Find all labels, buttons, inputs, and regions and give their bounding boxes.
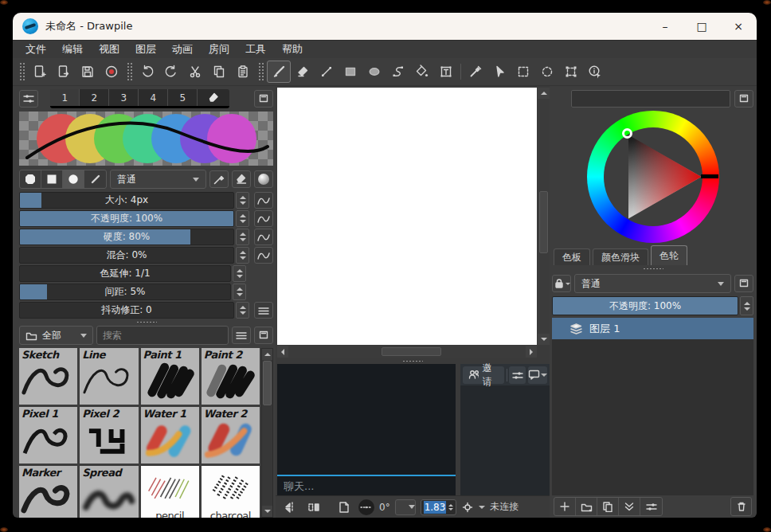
scroll-up-icon[interactable] xyxy=(262,349,272,360)
size-curve-button[interactable] xyxy=(254,192,273,209)
canvas-vscroll-thumb[interactable] xyxy=(539,191,548,253)
opacity-spinner[interactable] xyxy=(236,210,249,227)
inspect-button[interactable] xyxy=(583,61,607,83)
preset-scrollbar[interactable] xyxy=(261,348,273,518)
select-rectangle-button[interactable] xyxy=(511,61,535,83)
tab-wheel[interactable]: 色轮 xyxy=(651,245,687,265)
open-file-button[interactable] xyxy=(52,61,76,83)
hue-marker[interactable] xyxy=(701,174,718,178)
spacing-spinner[interactable] xyxy=(233,284,246,300)
smudge-mode-button[interactable] xyxy=(254,170,273,188)
cut-button[interactable] xyxy=(183,61,207,83)
ellipse-tool-button[interactable] xyxy=(362,61,386,83)
session-settings-button[interactable] xyxy=(509,366,526,384)
preset-menu-button[interactable] xyxy=(232,327,251,344)
preset-pixel2[interactable]: Pixel 2 xyxy=(80,407,138,464)
preset-charcoal[interactable]: charcoal xyxy=(202,466,260,518)
spacing-slider[interactable]: 间距: 5% xyxy=(19,284,231,300)
size-spinner[interactable] xyxy=(236,192,249,209)
opacity-slider[interactable]: 不透明度: 100% xyxy=(19,210,234,227)
menu-view[interactable]: 视图 xyxy=(91,41,127,58)
line-tool-button[interactable] xyxy=(315,61,339,83)
preset-line[interactable]: Line xyxy=(80,348,138,405)
preset-search-input[interactable] xyxy=(96,326,229,345)
soft-brush-icon[interactable] xyxy=(63,170,84,188)
preset-water2[interactable]: Water 2 xyxy=(202,407,260,464)
fill-tool-button[interactable] xyxy=(410,61,434,83)
brush-blend-mode-select[interactable]: 普通 xyxy=(110,170,206,189)
tab-sliders[interactable]: 颜色滑块 xyxy=(593,248,648,265)
flip-canvas-button[interactable] xyxy=(304,499,323,516)
invite-button[interactable]: 邀请 xyxy=(463,366,504,384)
canvas-background-button[interactable] xyxy=(335,499,354,516)
stabilizer-spinner[interactable] xyxy=(236,302,249,319)
save-button[interactable] xyxy=(76,61,100,83)
preset-water1[interactable]: Water 1 xyxy=(141,407,199,464)
scroll-down-icon[interactable] xyxy=(262,506,272,517)
brush-slot-4[interactable]: 4 xyxy=(139,89,168,106)
add-group-button[interactable] xyxy=(576,498,597,515)
size-slider[interactable]: 大小: 4px xyxy=(19,192,234,209)
rectangle-tool-button[interactable] xyxy=(339,61,362,83)
smudging-curve-button[interactable] xyxy=(254,247,273,264)
menu-tools[interactable]: 工具 xyxy=(237,41,274,58)
chat-options-button[interactable] xyxy=(528,366,547,384)
layer-lock-button[interactable] xyxy=(552,275,571,292)
hardness-slider[interactable]: 硬度: 80% xyxy=(19,229,234,245)
preset-scroll-thumb[interactable] xyxy=(263,361,272,405)
color-pickup-slider[interactable]: 色延伸: 1/1 xyxy=(19,265,231,282)
preset-spread[interactable]: Spread xyxy=(80,466,138,518)
text-tool-button[interactable] xyxy=(434,61,458,83)
toolbar-grip[interactable] xyxy=(127,62,132,81)
smudging-slider[interactable]: 混合: 0% xyxy=(19,247,234,264)
paste-button[interactable] xyxy=(231,61,255,83)
copy-button[interactable] xyxy=(207,61,231,83)
add-layer-button[interactable] xyxy=(554,498,576,515)
layer-opacity-spinner[interactable] xyxy=(740,296,753,315)
brush-slot-3[interactable]: 3 xyxy=(109,89,139,106)
color-wheel[interactable] xyxy=(587,111,719,243)
dock-resize-handle[interactable] xyxy=(19,319,273,325)
erase-mode-button[interactable] xyxy=(232,170,251,188)
smudging-spinner[interactable] xyxy=(236,247,249,264)
detach-dock-icon[interactable] xyxy=(254,90,273,108)
drawing-canvas[interactable] xyxy=(277,88,537,345)
scroll-down-icon[interactable] xyxy=(538,334,550,345)
chat-messages[interactable] xyxy=(277,364,456,475)
rotation-dial[interactable] xyxy=(358,499,374,515)
user-list[interactable] xyxy=(460,385,550,495)
menu-session[interactable]: 房间 xyxy=(201,41,237,58)
canvas-hscrollbar[interactable] xyxy=(277,346,537,358)
layer-blend-mode-select[interactable]: 普通 xyxy=(574,274,731,293)
pointer-tool-button[interactable] xyxy=(487,61,511,83)
transform-button[interactable] xyxy=(559,61,583,83)
curve-tool-button[interactable] xyxy=(386,61,410,83)
color-pickup-spinner[interactable] xyxy=(233,265,246,282)
detach-dock-icon[interactable] xyxy=(734,275,753,292)
close-button[interactable]: × xyxy=(720,13,757,40)
square-pixel-brush-icon[interactable] xyxy=(41,170,63,188)
record-button[interactable] xyxy=(100,61,123,83)
eraser-tool-button[interactable] xyxy=(291,61,315,83)
minimize-button[interactable]: – xyxy=(647,13,683,40)
duplicate-layer-button[interactable] xyxy=(597,498,619,515)
sv-marker[interactable] xyxy=(622,128,632,139)
eraser-slot[interactable] xyxy=(198,89,229,106)
layer-opacity-slider[interactable]: 不透明度: 100% xyxy=(552,296,738,315)
preset-paint1[interactable]: Paint 1 xyxy=(141,348,199,405)
toolbar-grip[interactable] xyxy=(19,62,25,81)
mirror-canvas-button[interactable] xyxy=(280,499,299,516)
zoom-input[interactable]: 1.83 xyxy=(421,499,457,515)
delete-layer-button[interactable] xyxy=(730,497,752,516)
draw-mode-button[interactable] xyxy=(209,170,229,188)
new-file-button[interactable] xyxy=(28,61,52,83)
menu-edit[interactable]: 编辑 xyxy=(54,41,91,58)
zoom-options-button[interactable] xyxy=(461,499,485,516)
preset-sketch[interactable]: Sketch xyxy=(19,348,77,405)
scroll-right-icon[interactable] xyxy=(526,346,537,358)
undo-button[interactable] xyxy=(135,61,159,83)
round-pixel-brush-icon[interactable] xyxy=(20,170,41,188)
dock-resize-handle[interactable] xyxy=(552,265,753,272)
detach-dock-icon[interactable] xyxy=(734,90,753,108)
stabilizer-menu-button[interactable] xyxy=(254,302,273,319)
